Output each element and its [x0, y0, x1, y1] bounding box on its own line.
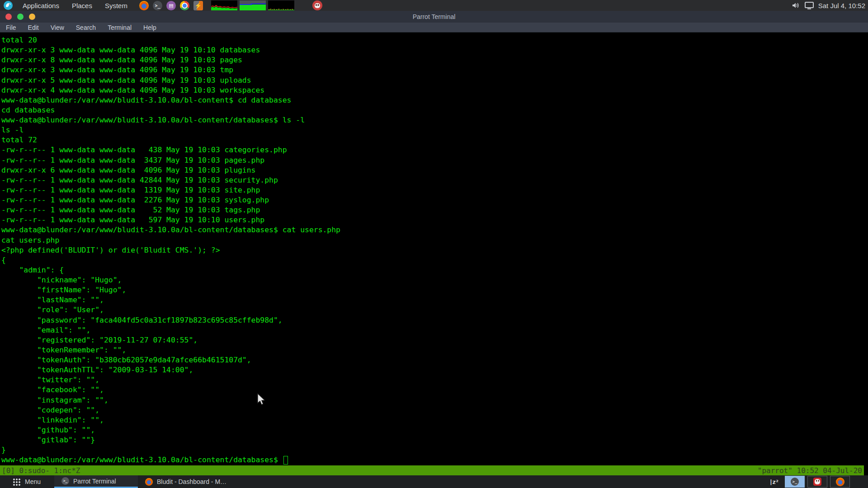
menu-view[interactable]: View: [45, 23, 70, 33]
panel-clock[interactable]: Sat Jul 4, 10:52: [818, 2, 865, 9]
terminal-scrollback: total 20drwxr-xr-x 3 www-data www-data 4…: [1, 35, 868, 455]
taskbar-menu-button[interactable]: Menu: [25, 478, 41, 485]
tmux-windows[interactable]: [0] 0:sudo- 1:nc*Z: [2, 466, 80, 475]
terminal-line: "github": "",: [1, 425, 868, 435]
mouse-cursor: [257, 393, 267, 408]
terminal-line: "linkedin": "",: [1, 415, 868, 425]
menu-edit[interactable]: Edit: [22, 23, 45, 33]
terminal-icon[interactable]: >_: [153, 1, 162, 10]
maximize-button[interactable]: [29, 14, 35, 20]
system-monitor-applets: [211, 0, 294, 10]
terminal-line: www-data@blunder:/var/www/bludit-3.10.0a…: [1, 225, 868, 235]
firefox-icon[interactable]: [139, 1, 149, 10]
task-bludit-dashboard[interactable]: Bludit - Dashboard - M…: [138, 475, 234, 488]
terminal-line: total 20: [1, 35, 868, 45]
window-controls: [5, 14, 35, 20]
terminal-line: "email": "",: [1, 325, 868, 335]
terminal-line: drwxr-xr-x 3 www-data www-data 4096 May …: [1, 65, 868, 75]
terminal-line: "twitter": "",: [1, 375, 868, 385]
terminal-line: drwxr-xr-x 4 www-data www-data 4096 May …: [1, 85, 868, 95]
terminal-line: "password": "faca404fd5c0a31cf1897b823c6…: [1, 315, 868, 325]
chrome-icon[interactable]: [180, 1, 189, 10]
terminal-prompt-row: www-data@blunder:/var/www/bludit-3.10.0a…: [1, 455, 868, 465]
terminal-line: "facebook": "",: [1, 385, 868, 395]
terminal-line: -rw-r--r-- 1 www-data www-data 438 May 1…: [1, 145, 868, 155]
cpu-graph[interactable]: [211, 0, 237, 10]
terminal-line: "firstName": "Hugo",: [1, 285, 868, 295]
terminal-line: "lastName": "",: [1, 295, 868, 305]
minimize-button[interactable]: [17, 14, 24, 20]
terminal-line: "registered": "2019-11-27 07:40:55",: [1, 335, 868, 345]
display-icon[interactable]: [805, 1, 814, 9]
terminal-line: www-data@blunder:/var/www/bludit-3.10.0a…: [1, 95, 868, 105]
terminal-line: drwxr-xr-x 5 www-data www-data 4096 May …: [1, 75, 868, 85]
terminal-line: ls -l: [1, 125, 868, 135]
terminal-line: drwxr-xr-x 6 www-data www-data 4096 May …: [1, 165, 868, 175]
taskbar-tray: |z² >_: [769, 476, 868, 488]
firefox-dock-icon[interactable]: [830, 476, 850, 488]
memory-graph[interactable]: [240, 0, 266, 10]
menu-file[interactable]: File: [0, 23, 22, 33]
terminal-line: drwxr-xr-x 3 www-data www-data 4096 May …: [1, 45, 868, 55]
volume-icon[interactable]: [791, 1, 800, 9]
terminal-line: <?php defined('BLUDIT') or die('Bludit C…: [1, 245, 868, 255]
window-titlebar: Parrot Terminal: [0, 11, 868, 23]
menu-places[interactable]: Places: [66, 0, 99, 11]
panel-status-area: Sat Jul 4, 10:52: [791, 1, 868, 9]
tmux-status-bar: [0] 0:sudo- 1:nc*Z "parrot" 10:52 04-Jul…: [0, 465, 864, 475]
task-label: Parrot Terminal: [73, 478, 116, 485]
terminal-line: -rw-r--r-- 1 www-data www-data 52 May 19…: [1, 205, 868, 215]
terminal-line: drwxr-xr-x 8 www-data www-data 4096 May …: [1, 55, 868, 65]
terminal-line: www-data@blunder:/var/www/bludit-3.10.0a…: [1, 115, 868, 125]
red-app-icon[interactable]: [807, 476, 827, 488]
terminal-line: "admin": {: [1, 265, 868, 275]
terminal-line: -rw-r--r-- 1 www-data www-data 597 May 1…: [1, 215, 868, 225]
menu-terminal[interactable]: Terminal: [102, 23, 137, 33]
menu-system[interactable]: System: [99, 0, 134, 11]
terminal-line: "instagram": "",: [1, 395, 868, 405]
cherrytree-icon[interactable]: ▤: [166, 1, 176, 10]
terminal-cursor: [283, 456, 288, 465]
terminal-line: "tokenRemember": "",: [1, 345, 868, 355]
terminal-line: -rw-r--r-- 1 www-data www-data 1319 May …: [1, 185, 868, 195]
close-button[interactable]: [5, 14, 12, 20]
terminal-line: total 72: [1, 135, 868, 145]
taskbar: Menu >_ Parrot Terminal Bludit - Dashboa…: [0, 475, 868, 488]
terminal-output[interactable]: total 20drwxr-xr-x 3 www-data www-data 4…: [0, 33, 868, 465]
tmux-session-clock: "parrot" 10:52 04-Jul-20: [758, 466, 862, 475]
zzz-indicator-icon[interactable]: |z²: [769, 479, 778, 485]
window-title: Parrot Terminal: [413, 13, 456, 20]
terminal-line: -rw-r--r-- 1 www-data www-data 3437 May …: [1, 155, 868, 165]
terminal-line: -rw-r--r-- 1 www-data www-data 2276 May …: [1, 195, 868, 205]
terminal-line: cd databases: [1, 105, 868, 115]
terminal-line: "tokenAuth": "b380cb62057e9da47afce66b46…: [1, 355, 868, 365]
task-label: Bludit - Dashboard - M…: [157, 478, 226, 485]
menu-help[interactable]: Help: [137, 23, 162, 33]
network-graph[interactable]: [268, 0, 294, 10]
menu-search[interactable]: Search: [70, 23, 102, 33]
task-parrot-terminal[interactable]: >_ Parrot Terminal: [54, 475, 138, 488]
terminal-menubar: File Edit View Search Terminal Help: [0, 23, 868, 33]
terminal-line: {: [1, 255, 868, 265]
firefox-icon: [145, 478, 153, 486]
terminal-prompt: www-data@blunder:/var/www/bludit-3.10.0a…: [1, 455, 283, 465]
terminal-line: "codepen": "",: [1, 405, 868, 415]
parrot-menu-icon[interactable]: [4, 1, 13, 10]
launcher-icons: >_ ▤ ⚡: [139, 1, 203, 10]
power-icon[interactable]: ⚡: [193, 1, 203, 10]
terminal-line: "gitlab": ""}: [1, 435, 868, 445]
terminal-dock-icon[interactable]: >_: [785, 476, 805, 488]
terminal-line: "nickname": "Hugo",: [1, 275, 868, 285]
terminal-line: cat users.php: [1, 235, 868, 245]
terminal-line: "role": "User",: [1, 305, 868, 315]
app-grid-icon[interactable]: [13, 478, 20, 486]
top-panel: Applications Places System >_ ▤ ⚡: [0, 0, 868, 11]
terminal-line: -rw-r--r-- 1 www-data www-data 42844 May…: [1, 175, 868, 185]
terminal-line: }: [1, 445, 868, 455]
menu-applications[interactable]: Applications: [16, 0, 66, 11]
terminal-icon: >_: [61, 477, 69, 485]
terminal-line: "tokenAuthTTL": "2009-03-15 14:00",: [1, 365, 868, 375]
red-app-icon[interactable]: [312, 0, 322, 10]
